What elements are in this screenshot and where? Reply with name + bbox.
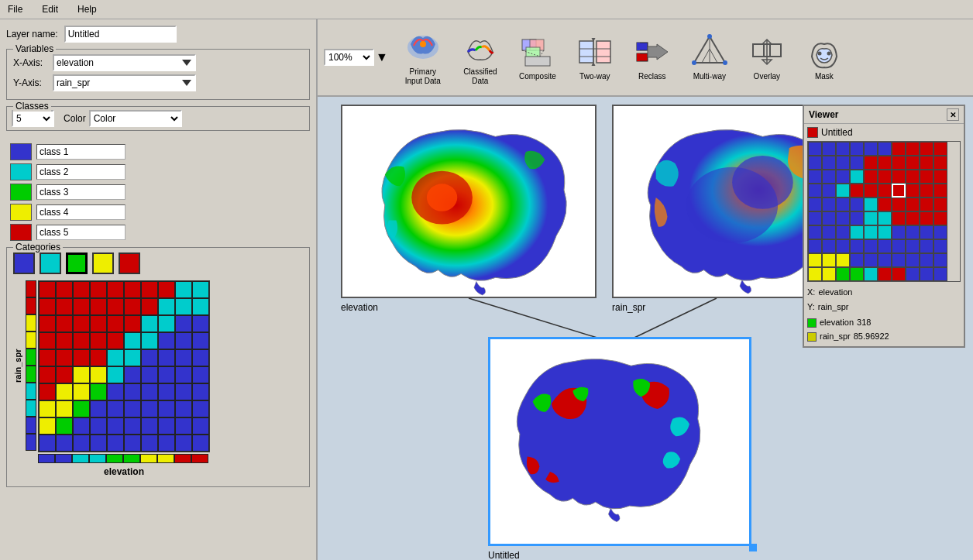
viewer-elevation-row: elevation 318 [807,316,961,330]
tool-composite[interactable]: Composite [515,31,560,84]
tool-overlay[interactable]: Overlay [744,31,789,84]
svg-rect-9 [597,41,610,63]
toolbar: 100%50%200% ▼ PrimaryInput Data [318,19,973,97]
yaxis-select[interactable]: rain_spr [53,74,196,91]
tool-reclass[interactable]: Reclass [630,31,675,84]
viewer-info: X: elevation Y: rain_spr elevation 318 [807,286,961,343]
xaxis-label: X-Axis: [13,57,48,68]
menu-edit[interactable]: Edit [38,2,62,16]
class-item-5 [10,224,310,241]
viewer-y-value: rain_spr [818,301,849,314]
tool-primary-input[interactable]: PrimaryInput Data [401,26,445,88]
x-axis-label: elevation [38,466,210,477]
class-5-input[interactable] [36,225,125,240]
main-container: Layer name: Variables X-Axis: elevation … [0,19,973,560]
menu-bar: File Edit Help [0,0,973,19]
class-item-3 [10,184,310,201]
swatch-2[interactable] [40,253,61,274]
twoway-icon [576,33,614,70]
map-untitled [488,337,751,546]
multiway-label: Multi-way [693,72,726,81]
menu-file[interactable]: File [4,2,26,16]
class-5-color[interactable] [10,224,32,241]
class-3-color[interactable] [10,184,32,201]
swatch-1[interactable] [13,253,35,274]
classes-group: Classes 5346 Color Color [6,106,310,131]
layer-name-input[interactable] [64,26,177,43]
viewer-elevation-label: elevation [820,316,854,330]
categories-title: Categories [13,242,63,253]
right-panel: 100%50%200% ▼ PrimaryInput Data [318,19,973,560]
twoway-label: Two-way [579,72,610,81]
primary-input-label: PrimaryInput Data [405,67,441,86]
composite-icon [519,33,556,70]
rain-swatch [807,332,817,342]
svg-point-30 [827,52,830,56]
menu-help[interactable]: Help [74,2,101,16]
class-item-1 [10,143,310,160]
color-label-text: Color [64,113,86,124]
svg-point-21 [707,34,712,39]
viewer-elevation-value: 318 [857,316,871,330]
svg-rect-16 [637,53,640,61]
classes-count-select[interactable]: 5346 [12,110,54,127]
class-item-2 [10,163,310,180]
svg-line-19 [710,49,717,63]
tool-classified[interactable]: ClassifiedData [458,26,503,88]
viewer-y-row: Y: rain_spr [807,301,961,314]
yaxis-row: Y-Axis: rain_spr [13,74,303,91]
swatch-3[interactable] [66,253,88,274]
viewer-rain-row: rain_spr 85.96922 [807,330,961,344]
viewer-title: Viewer [809,109,838,120]
classes-label: Classes [13,101,51,112]
class-3-input[interactable] [36,184,125,200]
zoom-row: 100%50%200% ▼ [324,49,388,66]
tool-mask[interactable]: Mask [802,31,847,84]
tool-twoway[interactable]: Two-way [572,31,617,84]
viewer-x-value: elevation [818,286,852,300]
viewer-panel: Viewer ✕ Untitled [803,105,965,348]
mask-label: Mask [815,72,834,81]
categories-group: Categories rain_spr [6,247,310,487]
class-1-color[interactable] [10,143,32,160]
reclass-label: Reclass [638,72,666,81]
y-axis-label: rain_spr [13,280,22,451]
matrix-grid [38,280,210,452]
viewer-title-row: Untitled [807,127,961,138]
swatch-4[interactable] [92,253,114,274]
class-item-4 [10,204,310,221]
viewer-selected-cell[interactable] [892,184,906,198]
xaxis-select[interactable]: elevation [53,54,196,71]
viewer-x-row: X: elevation [807,286,961,300]
viewer-rain-value: 85.96922 [854,330,889,344]
layer-name-row: Layer name: [6,26,310,43]
classified-icon [462,29,499,66]
class-1-input[interactable] [36,144,125,160]
swatch-5[interactable] [119,253,140,274]
xaxis-row: X-Axis: elevation [13,54,303,71]
viewer-close-button[interactable]: ✕ [947,108,959,121]
viewer-header: Viewer ✕ [804,106,964,124]
svg-point-29 [817,52,821,56]
svg-point-23 [723,60,727,65]
class-2-color[interactable] [10,163,32,180]
untitled-label: Untitled [488,550,520,560]
resize-handle[interactable] [749,544,757,551]
overlay-label: Overlay [754,72,780,81]
tool-multiway[interactable]: Multi-way [687,31,732,84]
svg-point-1 [420,41,426,47]
color-scheme-select[interactable]: Color [89,110,182,127]
zoom-select[interactable]: 100%50%200% [324,49,374,66]
class-4-input[interactable] [36,204,125,220]
svg-rect-5 [525,57,550,66]
variables-group: Variables X-Axis: elevation Y-Axis: rain… [6,49,310,100]
multiway-icon [691,33,728,70]
classes-row: Classes 5346 Color Color [6,106,310,137]
svg-line-18 [702,49,710,63]
zoom-dropdown-icon[interactable]: ▼ [376,50,388,64]
layer-name-label: Layer name: [6,29,58,40]
class-4-color[interactable] [10,204,32,221]
class-2-input[interactable] [36,164,125,180]
svg-rect-8 [579,41,593,63]
svg-point-22 [692,60,696,65]
